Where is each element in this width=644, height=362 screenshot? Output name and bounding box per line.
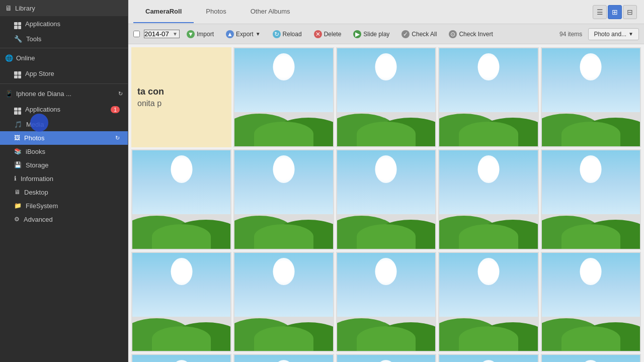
tab-other-albums[interactable]: Other Albums [238,1,302,23]
delete-button[interactable]: ✕ Delete [309,28,347,41]
photo-cell[interactable] [336,47,436,147]
photo-cell[interactable] [131,252,231,352]
sidebar-library[interactable]: 🖥 Library [0,0,128,16]
app-store-icon [14,69,21,79]
photo-cell[interactable] [233,252,334,352]
photo-cell[interactable] [131,354,231,362]
tab-camera-roll[interactable]: CameraRoll [133,1,194,23]
online-label: Online [16,54,35,62]
tab-photos[interactable]: Photos [194,1,238,23]
sidebar-item-photos[interactable]: 🖼 Photos ↻ [0,131,128,145]
device-applications-label: Applications [25,106,107,113]
main-content: CameraRoll Photos Other Albums ☰ ⊞ ⊟ 201… [128,0,644,362]
view-btn-grid-small[interactable]: ⊞ [608,5,622,19]
information-icon: ℹ [14,175,17,182]
photo-text-line2: onita p [137,99,162,108]
import-icon: ▼ [187,30,195,38]
items-count: 94 items [559,31,582,38]
device-applications-icon [14,105,21,115]
photo-cell[interactable] [336,252,436,352]
advanced-label: Advanced [24,216,53,223]
tools-icon: 🔧 [14,35,22,43]
photo-cell[interactable] [336,149,436,249]
device-sync-icon: ↻ [118,90,123,97]
device-icon: 📱 [5,90,13,98]
photos-icon: 🖼 [14,134,20,141]
photo-cell-text[interactable]: ta con onita p [131,47,231,147]
delete-icon: ✕ [314,30,322,38]
sidebar-item-filesystem[interactable]: 📁 FileSystem [0,199,128,213]
library-icon: 🖥 [5,4,12,12]
photo-filter-button[interactable]: Photo and... ▼ [588,28,639,40]
select-all-checkbox[interactable] [133,31,140,37]
sidebar-item-information[interactable]: ℹ Information [0,172,128,186]
photos-sync-icon: ↻ [115,135,120,141]
applications-label: Applications [25,20,60,28]
device-label: Iphone de Diana ... [16,90,115,98]
advanced-icon: ⚙ [14,216,20,223]
photo-cell[interactable] [131,149,231,249]
export-dropdown-icon: ▼ [256,31,261,37]
slideplay-icon: ▶ [353,30,361,38]
import-button[interactable]: ▼ Import [182,28,219,41]
information-label: Information [21,175,53,183]
sidebar-online[interactable]: 🌐 Online [0,50,128,66]
view-btn-list[interactable]: ☰ [593,5,607,19]
photo-cell[interactable] [438,47,538,147]
reload-icon: ↻ [273,30,281,38]
photo-cell[interactable] [541,149,641,249]
sidebar-item-storage[interactable]: 💾 Storage [0,158,128,172]
divider-online [0,48,128,48]
photo-text-line1: ta con [137,86,164,97]
export-icon: ▲ [226,30,234,38]
applications-badge: 1 [111,106,120,113]
filesystem-label: FileSystem [26,202,58,210]
photo-cell[interactable] [438,149,538,249]
sidebar-item-ibooks[interactable]: 📚 iBooks [0,145,128,158]
photo-cell[interactable] [541,47,641,147]
sidebar-item-applications[interactable]: Applications [0,16,128,32]
photo-cell[interactable] [438,354,538,362]
photo-grid-area[interactable]: ta con onita p [128,44,644,362]
photo-cell[interactable] [541,252,641,352]
photo-cell[interactable] [541,354,641,362]
sidebar: 🖥 Library Applications 🔧 Tools 🌐 Online … [0,0,128,362]
online-icon: 🌐 [5,54,13,62]
slideplay-button[interactable]: ▶ Slide play [348,28,394,41]
filesystem-icon: 📁 [14,202,22,209]
view-btn-grid-large[interactable]: ⊟ [623,5,637,19]
photo-cell[interactable] [233,354,334,362]
sidebar-device[interactable]: 📱 Iphone de Diana ... ↻ [0,86,128,102]
sidebar-item-tools[interactable]: 🔧 Tools [0,32,128,46]
tools-label: Tools [26,35,41,43]
date-select-wrapper: 2014-07 2014-06 2014-08 ▼ [144,30,180,38]
filter-dropdown-icon: ▼ [628,31,633,37]
photo-cell[interactable] [438,252,538,352]
check-all-button[interactable]: ✓ Check All [396,28,442,41]
date-select[interactable]: 2014-07 2014-06 2014-08 [144,30,180,38]
sidebar-item-app-store[interactable]: App Store [0,66,128,82]
photo-cell[interactable] [336,354,436,362]
library-label: Library [15,5,35,12]
photo-cell[interactable] [233,47,334,147]
media-label: Media [26,121,44,128]
applications-icon [14,19,21,29]
sidebar-item-advanced[interactable]: ⚙ Advanced [0,213,128,226]
desktop-label: Desktop [24,189,48,196]
sidebar-item-desktop[interactable]: 🖥 Desktop [0,186,128,199]
check-invert-icon: ⊙ [449,30,457,38]
sidebar-item-device-applications[interactable]: Applications 1 [0,102,128,118]
tab-bar: CameraRoll Photos Other Albums ☰ ⊞ ⊟ [128,0,644,24]
check-all-icon: ✓ [401,30,410,38]
photos-label: Photos [24,134,111,142]
storage-icon: 💾 [14,161,22,168]
reload-button[interactable]: ↻ Reload [268,28,307,41]
check-invert-button[interactable]: ⊙ Check Invert [444,28,498,41]
photo-cell[interactable] [233,149,334,249]
ibooks-label: iBooks [26,148,45,155]
sidebar-item-media[interactable]: 🎵 Media [0,118,128,131]
desktop-icon: 🖥 [14,189,20,196]
export-button[interactable]: ▲ Export ▼ [221,28,266,41]
view-toggle-group: ☰ ⊞ ⊟ [593,5,637,19]
ibooks-icon: 📚 [14,148,22,155]
